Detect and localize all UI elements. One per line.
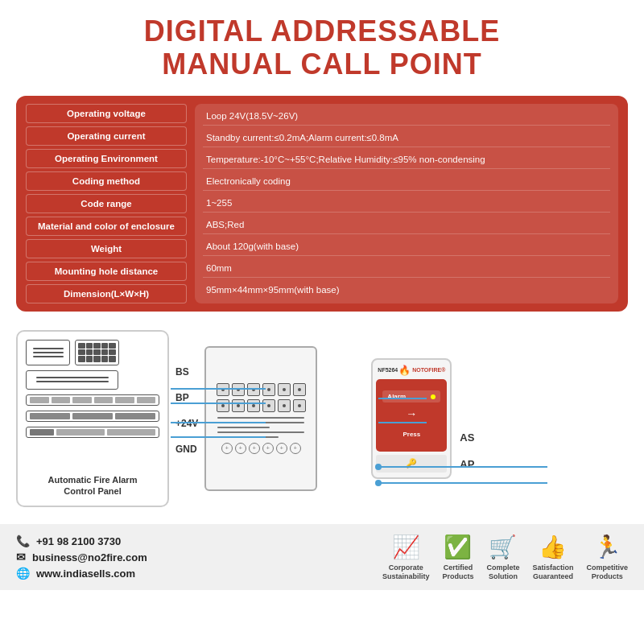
spec-value-2: Temperature:-10°C~+55°C;Relative Humidit… bbox=[203, 151, 610, 169]
satisfaction-icon: 👍 bbox=[539, 534, 567, 560]
panel-screen-lines-wide bbox=[36, 377, 109, 382]
connector-label-as: AS bbox=[460, 431, 474, 444]
screw-2: + bbox=[235, 443, 246, 454]
panel-strip-2 bbox=[26, 411, 159, 422]
competitive-icon: 🏃 bbox=[593, 534, 621, 560]
terminal-5 bbox=[278, 383, 291, 396]
spec-value-1: Standby current:≤0.2mA;Alarm current:≤0.… bbox=[203, 129, 610, 147]
grid-dot bbox=[93, 349, 101, 355]
mcp-brand: NOTOFIRE® bbox=[412, 367, 445, 373]
strip-seg bbox=[107, 429, 155, 436]
footer-email: ✉ business@no2fire.com bbox=[16, 551, 382, 564]
grid-dot bbox=[109, 349, 116, 355]
screw-1: + bbox=[221, 443, 233, 454]
jbox-line-5 bbox=[217, 436, 279, 438]
screw-6: + bbox=[290, 443, 301, 454]
mcp-red-body: Alarm → Press bbox=[376, 379, 447, 452]
mcp-device: NF5264 🔥 NOTOFIRE® Alarm → Pres bbox=[371, 358, 452, 479]
wire-label-bp: BP bbox=[175, 392, 198, 403]
connector-label-ap: AP bbox=[460, 458, 474, 470]
footer-contact: 📞 +91 98 2100 3730 ✉ business@no2fire.co… bbox=[16, 535, 382, 580]
grid-dot bbox=[78, 343, 85, 349]
terminal-3 bbox=[247, 383, 260, 396]
badge-label-competitive: CompetitiveProducts bbox=[586, 564, 628, 581]
panel-screen-lines bbox=[33, 348, 64, 357]
strip-seg bbox=[137, 397, 156, 403]
control-panel-box: Automatic Fire AlarmControl Panel bbox=[16, 330, 169, 507]
mcp-alarm-row: Alarm bbox=[382, 390, 440, 402]
mcp-alarm-text: Alarm bbox=[387, 393, 406, 400]
wire-label-bs: BS bbox=[175, 366, 198, 378]
diagram-inner: Automatic Fire AlarmControl Panel BS BP … bbox=[16, 318, 628, 519]
certified-icon: ✅ bbox=[444, 534, 472, 560]
panel-strip-1 bbox=[26, 394, 159, 406]
spec-value-8: 95mm×44mm×95mm(with base) bbox=[203, 281, 610, 299]
badge-label-complete: CompleteSolution bbox=[486, 564, 519, 581]
strip-seg-dark bbox=[115, 413, 155, 419]
panel-strip-3 bbox=[26, 427, 159, 438]
spec-value-5: ABS;Red bbox=[203, 216, 610, 234]
strip-seg bbox=[30, 397, 49, 403]
panel-row-1 bbox=[26, 340, 159, 365]
spec-label-2: Operating Environment bbox=[26, 149, 187, 168]
spec-label-1: Operating current bbox=[26, 126, 187, 146]
grid-dot bbox=[78, 349, 85, 355]
mcp-arrow-row: → bbox=[382, 407, 440, 420]
spec-label-8: Dimension(L×W×H) bbox=[26, 284, 187, 303]
spec-label-4: Code range bbox=[26, 194, 187, 213]
badge-certified: ✅ CertifiedProducts bbox=[442, 534, 473, 581]
terminal-9 bbox=[247, 399, 260, 412]
panel-label: Automatic Fire AlarmControl Panel bbox=[48, 474, 138, 497]
spec-value-0: Loop 24V(18.5V~26V) bbox=[203, 107, 610, 126]
screen-line-1 bbox=[33, 348, 64, 349]
mcp-press-label: Press bbox=[402, 425, 420, 440]
corporate-icon: 📈 bbox=[392, 534, 420, 560]
badge-corporate: 📈 CorporateSustainability bbox=[382, 534, 430, 581]
badge-label-certified: CertifiedProducts bbox=[442, 564, 473, 581]
screw-4: + bbox=[262, 443, 274, 454]
terminal-12 bbox=[293, 399, 306, 412]
spec-value-7: 60mm bbox=[203, 259, 610, 278]
wire-label-24v: +24V bbox=[175, 418, 198, 429]
grid-dot bbox=[86, 343, 93, 349]
jbox-lines bbox=[217, 417, 304, 438]
badge-label-satisfaction: SatisfactionGuaranteed bbox=[532, 564, 573, 581]
mcp-key-area: 🔑 bbox=[376, 455, 447, 473]
jbox-line-1 bbox=[217, 417, 304, 419]
grid-dot bbox=[93, 343, 101, 349]
terminal-6 bbox=[293, 383, 306, 396]
screw-row: + + + + + + bbox=[221, 443, 301, 454]
grid-dot bbox=[101, 349, 109, 355]
spec-label-3: Coding method bbox=[26, 171, 187, 191]
complete-icon: 🛒 bbox=[489, 534, 517, 560]
header: DIGITAL ADDRESSABLE MANUAL CALL POINT bbox=[0, 0, 644, 89]
footer-website: 🌐 www.indiasells.com bbox=[16, 567, 382, 580]
phone-icon: 📞 bbox=[16, 535, 30, 547]
grid-dot bbox=[86, 349, 93, 355]
email-icon: ✉ bbox=[16, 551, 26, 564]
mcp-alarm-dot bbox=[431, 394, 436, 399]
terminal-8 bbox=[232, 399, 245, 412]
spec-label-0: Operating voltage bbox=[26, 104, 187, 123]
terminal-row-bottom bbox=[217, 399, 306, 412]
strip-seg-long bbox=[30, 429, 54, 436]
strip-seg-dark bbox=[30, 413, 70, 419]
mcp-outer: NF5264 🔥 NOTOFIRE® Alarm → Pres bbox=[371, 358, 452, 479]
terminal-7 bbox=[217, 399, 229, 412]
website-url: www.indiasells.com bbox=[36, 568, 135, 580]
specs-section: Operating voltage Operating current Oper… bbox=[16, 96, 628, 312]
footer: 📞 +91 98 2100 3730 ✉ business@no2fire.co… bbox=[0, 524, 644, 591]
panel-screen-wide bbox=[26, 370, 118, 390]
terminal-1 bbox=[217, 383, 229, 396]
phone-number: +91 98 2100 3730 bbox=[36, 535, 121, 547]
terminal-4 bbox=[262, 383, 275, 396]
specs-labels: Operating voltage Operating current Oper… bbox=[26, 104, 187, 303]
spec-label-7: Mounting hole distance bbox=[26, 262, 187, 281]
strip-seg bbox=[94, 397, 114, 403]
web-icon: 🌐 bbox=[16, 567, 30, 580]
spec-value-6: About 120g(with base) bbox=[203, 237, 610, 256]
spec-value-3: Electronically coding bbox=[203, 172, 610, 191]
strip-seg bbox=[52, 397, 71, 403]
panel-grid bbox=[75, 340, 119, 365]
footer-phone: 📞 +91 98 2100 3730 bbox=[16, 535, 382, 547]
